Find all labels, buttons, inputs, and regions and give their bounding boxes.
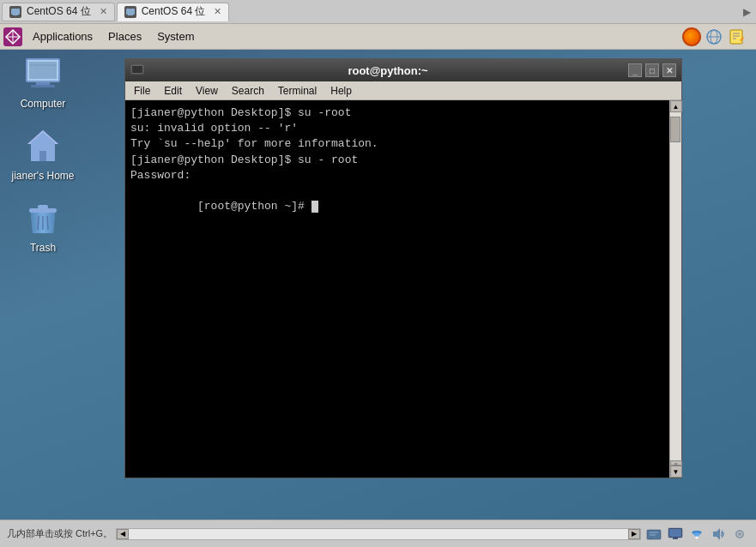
svg-rect-31 [132, 66, 142, 73]
svg-rect-21 [31, 85, 55, 87]
terminal-titlebar: root@python:~ _ □ ✕ [125, 59, 681, 81]
terminal-line-0: [jianer@python Desktop]$ su -root [130, 105, 664, 121]
network-icon [705, 28, 723, 45]
firefox-icon-btn[interactable] [682, 27, 701, 46]
menu-places[interactable]: Places [101, 27, 148, 45]
svg-rect-20 [36, 82, 50, 85]
notepad-icon [728, 28, 745, 45]
terminal-window: root@python:~ _ □ ✕ File Edit View Searc… [124, 58, 682, 478]
status-text: 几内部单击或按 Ctrl+G。 [3, 527, 112, 540]
terminal-menu: File Edit View Search Terminal Help [125, 81, 681, 100]
terminal-menu-help[interactable]: Help [324, 83, 359, 99]
terminal-title: root@python:~ [148, 64, 628, 77]
terminal-cursor [311, 201, 318, 213]
menubar: Applications Places System [0, 24, 756, 50]
tab-label-2: CentOS 64 位 [142, 4, 206, 19]
tray-network-icon [645, 526, 662, 543]
tray-icon-1[interactable] [644, 525, 663, 544]
tab-close-1[interactable]: ✕ [100, 6, 107, 17]
terminal-menu-file[interactable]: File [127, 83, 157, 99]
desktop-icon-computer[interactable]: Computer [9, 50, 77, 113]
firefox-icon [682, 27, 701, 46]
tray-icon-5[interactable] [730, 525, 749, 544]
tray-icon-2[interactable] [666, 525, 685, 544]
svg-rect-2 [126, 9, 135, 15]
tab-2[interactable]: CentOS 64 位 ✕ [117, 3, 230, 21]
svg-rect-36 [669, 529, 681, 537]
menu-places-label: Places [108, 30, 142, 43]
home-icon-img [22, 125, 64, 166]
trash-icon-label: Trash [30, 242, 56, 254]
scroll-right-btn[interactable]: ▶ [628, 529, 640, 539]
svg-point-38 [696, 536, 699, 538]
terminal-menu-terminal[interactable]: Terminal [271, 83, 324, 99]
svg-rect-23 [39, 151, 46, 161]
tab-close-2[interactable]: ✕ [214, 6, 221, 17]
menu-applications-label: Applications [33, 30, 93, 43]
desktop-icons: Computer jianer's Home [9, 50, 77, 257]
tray-vol-icon [710, 526, 727, 543]
terminal-controls: _ □ ✕ [628, 63, 676, 77]
terminal-line-2: Try `su --help' for more information. [130, 136, 664, 152]
computer-icon [22, 53, 64, 94]
terminal-maximize-btn[interactable]: □ [645, 63, 659, 77]
taskbar-bottom: 几内部单击或按 Ctrl+G。 ◀ ▶ [0, 520, 756, 547]
scrollbar-thumb[interactable] [670, 117, 680, 142]
terminal-menu-search[interactable]: Search [225, 83, 271, 99]
network-icon-btn[interactable] [705, 27, 723, 46]
scroll-left-btn[interactable]: ◀ [117, 529, 129, 539]
svg-rect-26 [38, 205, 48, 209]
terminal-line-1: su: invalid option -- 'r' [130, 121, 664, 136]
terminal-line-4: Password: [130, 168, 664, 183]
terminal-scrollbar: ▲ ≡ ▼ [669, 100, 681, 478]
terminal-line-5: [root@python ~]# [130, 183, 664, 231]
centos-logo [3, 27, 22, 46]
svg-point-41 [738, 532, 741, 536]
terminal-line-3: [jianer@python Desktop]$ su - root [130, 153, 664, 168]
terminal-close-btn[interactable]: ✕ [662, 63, 676, 77]
menu-system-label: System [157, 30, 194, 43]
terminal-body: [jianer@python Desktop]$ su -root su: in… [125, 100, 681, 478]
tray-settings-icon [731, 526, 748, 543]
svg-rect-11 [730, 30, 742, 44]
terminal-minimize-btn[interactable]: _ [628, 63, 642, 77]
svg-rect-1 [13, 15, 18, 15]
tab-1[interactable]: CentOS 64 位 ✕ [2, 3, 115, 21]
menubar-tray [682, 27, 753, 46]
scroll-track [129, 529, 628, 539]
scrollbar-up-btn[interactable]: ▲ [670, 100, 682, 112]
trash-icon-img [22, 197, 64, 238]
terminal-content[interactable]: [jianer@python Desktop]$ su -root su: in… [125, 100, 669, 478]
taskbar-top: CentOS 64 位 ✕ CentOS 64 位 ✕ ▶ [0, 0, 756, 24]
home-icon [22, 125, 64, 166]
system-tray [644, 525, 753, 544]
tab-scroll-right[interactable]: ▶ [743, 6, 756, 18]
desktop-icon-home[interactable]: jianer's Home [9, 122, 77, 185]
computer-icon-label: Computer [21, 98, 66, 110]
menu-system[interactable]: System [150, 27, 201, 45]
tab-icon-2 [124, 6, 136, 18]
desktop-icon-trash[interactable]: Trash [9, 194, 77, 257]
tab-label-1: CentOS 64 位 [27, 4, 91, 19]
svg-line-27 [38, 216, 39, 230]
trash-icon [22, 197, 64, 238]
notepad-icon-btn[interactable] [727, 27, 746, 46]
terminal-menu-view[interactable]: View [189, 83, 225, 99]
terminal-menu-edit[interactable]: Edit [157, 83, 189, 99]
tray-icon-4[interactable] [709, 525, 728, 544]
menu-applications[interactable]: Applications [26, 27, 100, 45]
svg-rect-37 [673, 538, 678, 539]
svg-rect-3 [128, 15, 133, 15]
desktop: CentOS 64 位 ✕ CentOS 64 位 ✕ ▶ Applicatio… [0, 0, 756, 547]
bottom-scrollbar: ◀ ▶ [116, 528, 641, 540]
scrollbar-track [670, 112, 681, 460]
tray-display-icon [667, 526, 684, 543]
svg-rect-0 [11, 9, 20, 15]
tab-icon-1 [9, 6, 21, 18]
scrollbar-down-btn[interactable]: ▼ [670, 466, 682, 478]
tray-network2-icon [688, 526, 705, 543]
computer-icon-img [22, 53, 64, 94]
tray-icon-3[interactable] [687, 525, 706, 544]
svg-marker-39 [713, 528, 720, 540]
svg-rect-18 [29, 62, 57, 79]
